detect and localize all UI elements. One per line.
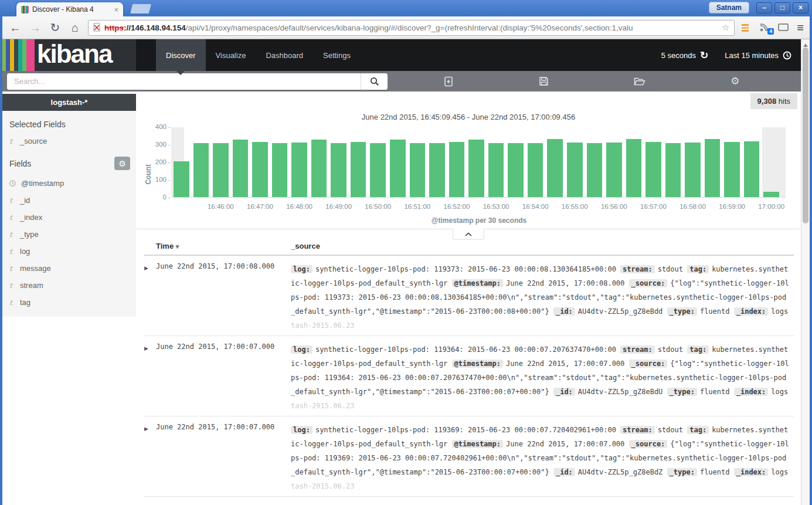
expand-doc-icon[interactable]: ▶ (144, 262, 156, 335)
histogram-bar[interactable] (468, 140, 484, 197)
profile-button[interactable]: Satnam (709, 2, 749, 13)
histogram-bar[interactable] (193, 143, 209, 197)
search-input[interactable] (7, 73, 361, 90)
histogram-bar[interactable] (233, 140, 249, 197)
histogram-bar[interactable] (449, 142, 465, 197)
histogram-bar[interactable] (665, 143, 681, 197)
phone-badge: 4 (767, 28, 774, 35)
field-badge: _index: (734, 468, 769, 476)
histogram-bar[interactable] (744, 141, 760, 197)
new-search-icon[interactable] (444, 76, 454, 87)
save-search-icon[interactable] (539, 76, 549, 86)
histogram-bar[interactable] (252, 142, 268, 197)
histogram-bar[interactable] (685, 143, 701, 197)
field-value: June 22nd 2015, 17:00:07.000 (506, 440, 629, 448)
scrollbar-up-arrow[interactable] (803, 41, 808, 47)
histogram-bar[interactable] (528, 143, 543, 197)
string-field-icon: t (9, 231, 15, 239)
histogram-plot: 0100200300400 (172, 127, 786, 198)
histogram-bar[interactable] (508, 143, 524, 197)
home-icon[interactable]: ⌂ (68, 21, 82, 35)
histogram-bar[interactable] (311, 140, 327, 197)
close-button[interactable]: × (793, 2, 808, 13)
bookmark-star-icon[interactable]: ☆ (722, 22, 729, 33)
histogram-bar[interactable] (587, 143, 603, 197)
tab-close-icon[interactable]: × (114, 6, 118, 13)
sidebar-field-log[interactable]: tlog (2, 243, 136, 260)
sidebar-field-_source[interactable]: t_source (2, 133, 136, 150)
scrollbar-thumb[interactable] (803, 48, 808, 223)
x-tick-label: 17:00:00 (758, 203, 784, 210)
window-titlebar: Discover - Kibana 4 × Satnam – □ × (0, 0, 812, 16)
nav-item-dashboard[interactable]: Dashboard (256, 39, 313, 71)
histogram-bar[interactable] (213, 143, 229, 197)
histogram-bar[interactable] (724, 142, 740, 197)
open-search-icon[interactable] (634, 77, 645, 86)
nav-item-visualize[interactable]: Visualize (206, 39, 256, 71)
refresh-interval-control[interactable]: 5 seconds ↻ (661, 49, 709, 62)
refresh-icon: ↻ (700, 49, 708, 62)
phone-extension-icon[interactable]: 4 (759, 23, 772, 32)
insecure-page-icon[interactable] (93, 23, 101, 32)
histogram-bar[interactable] (410, 143, 426, 197)
new-tab-button[interactable] (130, 4, 151, 13)
histogram-bar[interactable] (488, 143, 504, 197)
sidebar-field-@timestamp[interactable]: @timestamp (2, 175, 136, 192)
y-tick-mark (168, 162, 171, 163)
hits-label: hits (779, 97, 790, 106)
url-text[interactable]: https://146.148.94.154/api/v1/proxy/name… (104, 23, 718, 32)
histogram-bar[interactable] (626, 139, 642, 197)
histogram-bar[interactable] (174, 161, 189, 197)
time-column-header[interactable]: Time ▾ (156, 242, 291, 250)
field-value: AU4dtv-ZZL5p_gZ8eBdd (578, 307, 667, 316)
index-pattern-selector[interactable]: logstash-* (2, 94, 136, 111)
cast-icon[interactable] (778, 23, 791, 32)
search-icon (370, 77, 379, 86)
settings-gear-icon[interactable]: ⚙ (731, 75, 739, 87)
field-badge: stream: (620, 426, 655, 434)
menu-icon[interactable]: ≡ (797, 21, 804, 35)
sidebar-field-_id[interactable]: t_id (2, 192, 136, 209)
search-button[interactable] (361, 73, 388, 90)
histogram-bar[interactable] (705, 139, 721, 197)
histogram-bar[interactable] (567, 143, 583, 197)
x-tick-label: 16:55:00 (562, 203, 588, 210)
time-picker-control[interactable]: Last 15 minutes (725, 51, 791, 60)
histogram-bar[interactable] (429, 143, 445, 197)
histogram-bar[interactable] (370, 143, 386, 197)
tab-title: Discover - Kibana 4 (32, 5, 110, 13)
nav-item-discover[interactable]: Discover (156, 39, 206, 71)
reload-icon[interactable]: ↻ (48, 21, 62, 35)
page-scrollbar[interactable] (801, 39, 810, 505)
sidebar-field-_type[interactable]: t_type (2, 226, 136, 243)
y-tick-mark (168, 198, 171, 198)
expand-doc-icon[interactable]: ▶ (144, 423, 156, 496)
histogram-bar[interactable] (351, 142, 366, 197)
field-badge: _source: (629, 440, 668, 448)
collapse-chart-button[interactable] (453, 229, 484, 240)
search-strip: ⚙ (2, 71, 801, 91)
maximize-button[interactable]: □ (774, 2, 790, 13)
histogram-bar[interactable] (606, 143, 622, 197)
truncation-fade (291, 479, 794, 494)
sidebar-field-tag[interactable]: ttag (2, 294, 136, 311)
sidebar-field-message[interactable]: tmessage (2, 260, 136, 277)
url-bar[interactable]: https://146.148.94.154/api/v1/proxy/name… (88, 20, 735, 36)
back-icon[interactable]: ← (8, 21, 22, 35)
histogram-bar[interactable] (763, 192, 779, 197)
y-tick-mark (168, 180, 171, 181)
expand-doc-icon[interactable]: ▶ (144, 343, 156, 416)
histogram-bar[interactable] (291, 143, 307, 197)
nav-item-settings[interactable]: Settings (313, 39, 361, 71)
histogram-bar[interactable] (331, 143, 346, 197)
histogram-bar[interactable] (390, 140, 406, 197)
extension-icon[interactable] (740, 23, 753, 32)
minimize-button[interactable]: – (756, 2, 772, 13)
sidebar-field-_index[interactable]: t_index (2, 209, 136, 226)
sidebar-field-stream[interactable]: tstream (2, 277, 136, 294)
browser-tab[interactable]: Discover - Kibana 4 × (16, 2, 123, 16)
histogram-bar[interactable] (547, 139, 563, 197)
histogram-bar[interactable] (645, 142, 661, 197)
field-settings-gear-icon[interactable]: ⚙ (114, 157, 130, 170)
histogram-bar[interactable] (272, 143, 288, 197)
